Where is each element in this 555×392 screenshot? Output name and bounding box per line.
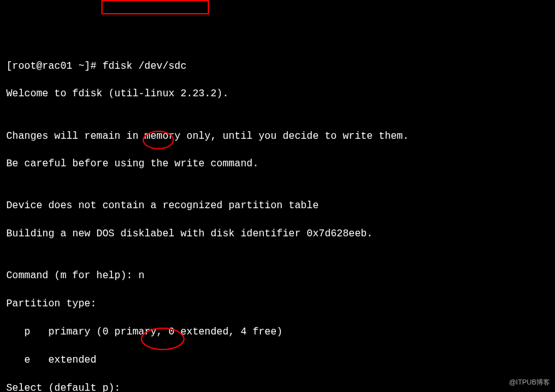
watermark-text: @ITPUB博客	[509, 378, 550, 387]
output-extended: e extended	[6, 353, 549, 367]
output-changes: Changes will remain in memory only, unti…	[6, 129, 549, 143]
annotation-box-command	[101, 0, 209, 14]
cmd-line-n: Command (m for help): n	[6, 269, 549, 283]
output-careful: Be careful before using the write comman…	[6, 157, 549, 171]
output-ptype: Partition type:	[6, 297, 549, 311]
cmd-prompt: Command (m for help):	[6, 270, 138, 281]
output-welcome: Welcome to fdisk (util-linux 2.23.2).	[6, 87, 549, 101]
output-building: Building a new DOS disklabel with disk i…	[6, 227, 549, 241]
output-select: Select (default p):	[6, 381, 549, 392]
output-primary: p primary (0 primary, 0 extended, 4 free…	[6, 325, 549, 339]
prompt-line: [root@rac01 ~]# fdisk /dev/sdc	[6, 59, 549, 73]
output-no-table: Device does not contain a recognized par…	[6, 199, 549, 213]
command-text: fdisk /dev/sdc	[103, 61, 186, 72]
user-input-n[interactable]: n	[138, 270, 145, 281]
prompt-prefix: [root@rac01 ~]#	[6, 61, 103, 72]
